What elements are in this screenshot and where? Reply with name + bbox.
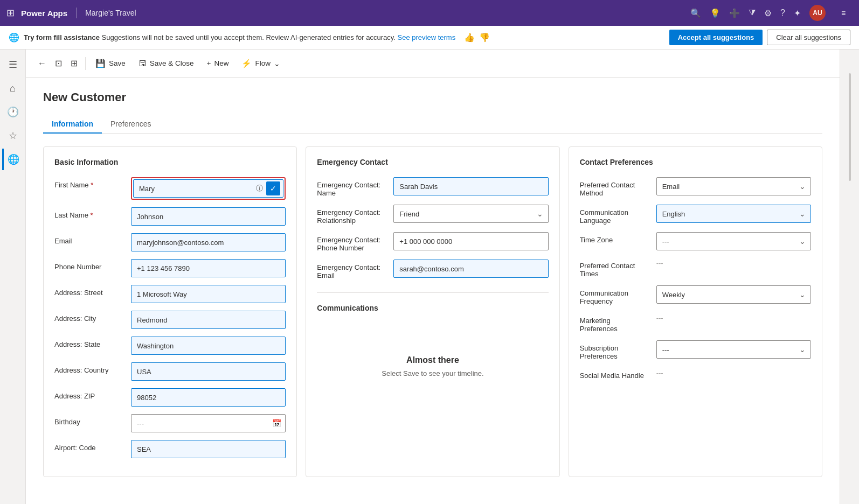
save-button[interactable]: 💾 Save: [90, 55, 131, 72]
birthday-input[interactable]: [131, 414, 286, 432]
lastname-label: Last Name: [54, 207, 124, 219]
contact-method-label: Preferred Contact Method: [580, 177, 650, 197]
city-input[interactable]: [131, 311, 286, 329]
search-icon[interactable]: 🔍: [690, 8, 701, 18]
country-input[interactable]: [131, 362, 286, 381]
subscription-select[interactable]: ---: [656, 340, 811, 359]
filter-icon[interactable]: ⧩: [749, 8, 756, 18]
form-row-contact-method: Preferred Contact Method Email Phone Mai…: [580, 177, 811, 197]
contact-times-label: Preferred Contact Times: [580, 258, 650, 278]
preview-terms-link[interactable]: See preview terms: [397, 33, 455, 41]
ec-email-input[interactable]: [393, 260, 548, 278]
lightbulb-icon[interactable]: 💡: [710, 8, 721, 18]
save-close-button[interactable]: 🖫 Save & Close: [133, 55, 199, 71]
columns: Basic Information First Name ⓘ ✓: [43, 146, 822, 477]
contact-method-select[interactable]: Email Phone Mail: [656, 177, 811, 195]
subscription-select-wrap: ---: [656, 340, 811, 359]
zip-input[interactable]: [131, 388, 286, 407]
resize1-button[interactable]: ⊡: [52, 55, 65, 72]
sidebar-item-recent[interactable]: 🕐: [2, 101, 24, 123]
sidebar: ☰ ⌂ 🕐 ☆ 🌐: [0, 50, 26, 504]
ec-phone-input-wrap: [393, 232, 548, 250]
lastname-input-wrap: [131, 207, 286, 226]
form-row-airport: Airport: Code: [54, 440, 286, 458]
form-row-timezone: Time Zone ---: [580, 232, 811, 250]
toolbar: ← ⊡ ⊞ 💾 Save 🖫 Save & Close + Informatio…: [26, 50, 840, 78]
accept-all-button[interactable]: Accept all suggestions: [669, 30, 763, 45]
add-icon[interactable]: ➕: [729, 8, 740, 18]
scrollbar-thumb[interactable]: [849, 73, 851, 181]
clear-all-button[interactable]: Clear all suggestions: [767, 30, 850, 45]
waffle-icon[interactable]: ⊞: [6, 7, 15, 19]
communications-title: Communications: [317, 304, 548, 312]
sidebar-item-world[interactable]: 🌐: [2, 149, 24, 170]
phone-input[interactable]: [131, 259, 286, 277]
social-value: ---: [656, 369, 663, 377]
form-row-zip: Address: ZIP: [54, 388, 286, 407]
flow-caret-icon: ⌄: [274, 59, 280, 68]
settings-icon[interactable]: ⚙: [764, 8, 772, 18]
social-label: Social Media Handle: [580, 368, 650, 380]
copilot-icon[interactable]: ✦: [794, 8, 801, 18]
form-row-comm-freq: Communication Frequency Weekly Monthly D…: [580, 285, 811, 305]
form-row-country: Address: Country: [54, 362, 286, 381]
help-icon[interactable]: ?: [780, 8, 785, 18]
firstname-label: First Name: [54, 177, 124, 189]
flow-icon: ⚡: [241, 59, 252, 68]
form-row-social: Social Media Handle ---: [580, 368, 811, 380]
calendar-icon[interactable]: 📅: [272, 419, 281, 428]
form-row-ec-phone: Emergency Contact: Phone Number: [317, 232, 548, 252]
tab-information[interactable]: Information: [43, 115, 102, 134]
contact-times-value: ---: [656, 259, 663, 267]
lastname-input[interactable]: [131, 207, 286, 226]
top-nav-right: 🔍 💡 ➕ ⧩ ⚙ ? ✦ AU ≡: [690, 4, 853, 22]
timezone-select[interactable]: ---: [656, 232, 811, 250]
email-input[interactable]: [131, 233, 286, 251]
emergency-contact-column: Emergency Contact Emergency Contact: Nam…: [306, 146, 559, 477]
form-row-email: Email: [54, 233, 286, 251]
sidebar-item-favorites[interactable]: ☆: [2, 125, 24, 146]
resize2-button[interactable]: ⊞: [67, 55, 81, 72]
firstname-input-wrap: ⓘ ✓: [131, 177, 286, 200]
ec-phone-label: Emergency Contact: Phone Number: [317, 232, 387, 252]
avatar[interactable]: AU: [809, 5, 826, 21]
ec-name-input[interactable]: [393, 177, 548, 195]
comm-lang-select[interactable]: English Spanish French: [656, 205, 811, 223]
thumbs-down-button[interactable]: 👎: [479, 32, 490, 43]
airport-label: Airport: Code: [54, 440, 124, 452]
country-label: Address: Country: [54, 362, 124, 374]
city-label: Address: City: [54, 311, 124, 323]
form-row-comm-lang: Communication Language English Spanish F…: [580, 205, 811, 225]
marketing-wrap: ---: [656, 313, 811, 323]
city-input-wrap: [131, 311, 286, 329]
communications-section: Communications Almost there Select Save …: [317, 292, 548, 377]
form-row-contact-times: Preferred Contact Times ---: [580, 258, 811, 278]
email-label: Email: [54, 233, 124, 245]
check-button[interactable]: ✓: [266, 181, 280, 195]
ec-phone-input[interactable]: [393, 232, 548, 250]
ai-banner-icon: 🌐: [9, 32, 19, 43]
ec-rel-select[interactable]: Friend Family Colleague: [393, 205, 548, 223]
tab-preferences[interactable]: Preferences: [102, 115, 160, 134]
form-row-street: Address: Street: [54, 285, 286, 303]
save-icon: 💾: [95, 59, 106, 68]
flow-button[interactable]: ⚡ Flow ⌄: [236, 55, 286, 72]
sidebar-item-home[interactable]: ⌂: [2, 78, 24, 99]
nav-divider: [76, 8, 77, 18]
sidebar-item-menu[interactable]: ☰: [2, 54, 24, 75]
new-button[interactable]: + InformationNew: [202, 56, 234, 71]
country-input-wrap: [131, 362, 286, 381]
comm-freq-select[interactable]: Weekly Monthly Daily: [656, 285, 811, 304]
state-input[interactable]: [131, 337, 286, 355]
info-icon[interactable]: ⓘ: [256, 184, 263, 193]
airport-input[interactable]: [131, 440, 286, 458]
firstname-highlight-box: ⓘ ✓: [131, 177, 286, 200]
ec-name-input-wrap: [393, 177, 548, 195]
back-button[interactable]: ←: [34, 55, 50, 72]
airport-input-wrap: [131, 440, 286, 458]
right-panel-icon[interactable]: ≡: [834, 4, 853, 22]
comm-freq-select-wrap: Weekly Monthly Daily: [656, 285, 811, 304]
thumbs-up-button[interactable]: 👍: [464, 32, 475, 43]
street-input[interactable]: [131, 285, 286, 303]
form-row-marketing: Marketing Preferences ---: [580, 313, 811, 333]
